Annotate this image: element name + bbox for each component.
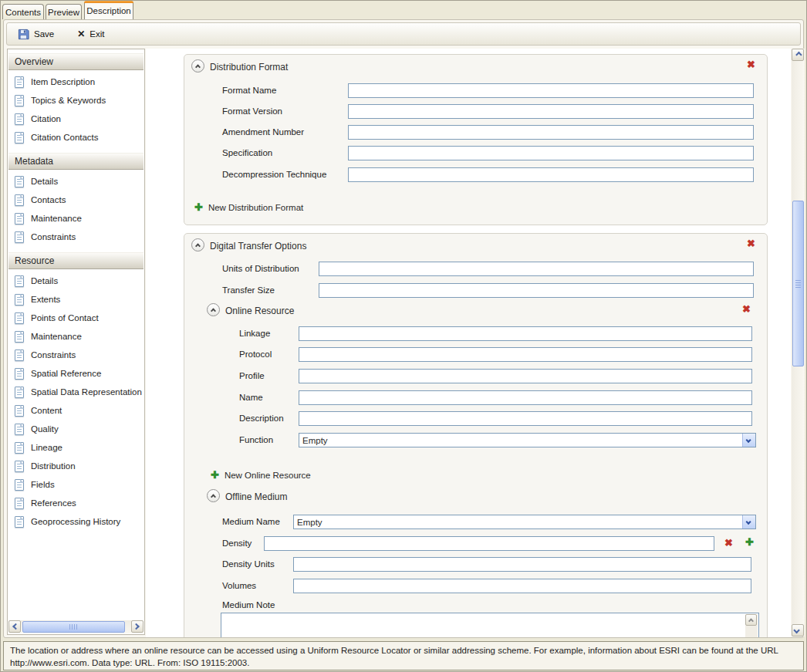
section-digital-transfer-options: Digital Transfer Options ✖ Units of Dist… [184, 233, 768, 637]
sidebar-item-metadata-details[interactable]: Details [8, 172, 144, 191]
delete-section-icon[interactable]: ✖ [747, 238, 755, 248]
sidebar-horizontal-scrollbar[interactable] [8, 620, 144, 633]
protocol-input[interactable] [299, 347, 752, 362]
exit-icon: ✕ [77, 29, 85, 39]
sidebar-group-resource: Resource [8, 252, 144, 269]
document-icon [15, 424, 24, 435]
linkage-input[interactable] [299, 326, 752, 341]
tab-contents[interactable]: Contents [2, 4, 44, 19]
save-button[interactable]: Save [15, 26, 57, 42]
units-of-distribution-input[interactable] [319, 262, 754, 276]
new-online-resource-link[interactable]: ✚ New Online Resource [211, 470, 311, 480]
document-icon [15, 461, 24, 472]
document-icon [15, 113, 24, 125]
field-label-volumes: Volumes [222, 581, 256, 590]
tab-description[interactable]: Description [84, 1, 133, 19]
format-name-input[interactable] [348, 83, 754, 98]
content-vertical-scrollbar[interactable] [792, 49, 805, 637]
medium-name-dropdown[interactable]: Empty [293, 515, 756, 529]
exit-button[interactable]: ✕ Exit [74, 27, 107, 41]
profile-input[interactable] [299, 369, 752, 383]
specification-input[interactable] [348, 146, 754, 160]
sidebar-item-metadata-contacts[interactable]: Contacts [8, 191, 144, 209]
sidebar-item-spatial-data-representation[interactable]: Spatial Data Representation [8, 383, 144, 401]
sidebar-item-quality[interactable]: Quality [8, 420, 144, 438]
save-button-label: Save [34, 29, 54, 39]
sidebar-item-distribution[interactable]: Distribution [8, 457, 144, 475]
tab-preview[interactable]: Preview [46, 4, 82, 19]
sidebar-group-metadata: Metadata [8, 153, 144, 170]
scroll-down-icon[interactable] [792, 624, 804, 637]
sidebar-item-metadata-maintenance[interactable]: Maintenance [8, 209, 144, 228]
density-input[interactable] [264, 536, 714, 551]
function-dropdown[interactable]: Empty [299, 433, 756, 447]
sidebar-group-overview: Overview [8, 53, 144, 70]
document-icon [15, 312, 24, 324]
sidebar-item-points-of-contact[interactable]: Points of Contact [8, 309, 144, 327]
sidebar-item-resource-constraints[interactable]: Constraints [8, 346, 144, 364]
document-icon [15, 76, 24, 88]
delete-section-icon[interactable]: ✖ [747, 59, 755, 69]
sidebar-item-fields[interactable]: Fields [8, 475, 144, 494]
sidebar-item-item-description[interactable]: Item Description [8, 73, 144, 91]
density-units-input[interactable] [293, 557, 751, 572]
name-input[interactable] [299, 390, 752, 405]
decompression-technique-input[interactable] [348, 167, 754, 182]
delete-subsection-icon[interactable]: ✖ [742, 304, 751, 314]
sidebar-item-citation-contacts[interactable]: Citation Contacts [8, 128, 144, 147]
vertical-scroll-thumb[interactable] [792, 201, 804, 366]
subsection-title-offline-medium: Offline Medium [225, 491, 287, 502]
collapse-icon[interactable] [191, 238, 204, 252]
scroll-left-icon[interactable] [8, 620, 21, 633]
scroll-up-icon[interactable] [792, 49, 804, 61]
sidebar: Overview Item Description Topics & Keywo… [7, 49, 145, 635]
volumes-input[interactable] [293, 579, 751, 593]
document-icon [15, 479, 24, 491]
new-distribution-format-link[interactable]: ✚ New Distribution Format [194, 202, 303, 212]
transfer-size-input[interactable] [319, 283, 754, 298]
field-label-protocol: Protocol [239, 350, 272, 359]
horizontal-scroll-thumb[interactable] [22, 621, 125, 633]
status-bar-text: The location or address where an online … [10, 646, 778, 667]
description-input[interactable] [299, 411, 752, 426]
sidebar-item-citation[interactable]: Citation [8, 110, 144, 128]
format-version-input[interactable] [348, 104, 754, 119]
sidebar-item-geoprocessing-history[interactable]: Geoprocessing History [8, 512, 144, 531]
field-label-profile: Profile [239, 371, 265, 380]
sidebar-item-content[interactable]: Content [8, 401, 144, 420]
document-icon [15, 194, 24, 206]
field-label-medium-name: Medium Name [222, 517, 280, 526]
save-icon [18, 29, 29, 40]
field-label-medium-note: Medium Note [222, 600, 275, 610]
document-icon [15, 350, 24, 361]
chevron-down-icon[interactable] [742, 434, 755, 447]
exit-button-label: Exit [89, 29, 104, 39]
collapse-icon[interactable] [207, 303, 220, 316]
sidebar-item-spatial-reference[interactable]: Spatial Reference [8, 364, 144, 383]
document-icon [15, 331, 24, 343]
sidebar-item-lineage[interactable]: Lineage [8, 438, 144, 457]
collapse-icon[interactable] [207, 489, 220, 502]
field-label-specification: Specification [222, 148, 272, 157]
collapse-icon[interactable] [191, 59, 204, 73]
amendment-number-input[interactable] [348, 125, 754, 140]
textarea-scrollbar[interactable] [745, 614, 758, 637]
tab-bar: Contents Preview Description [0, 0, 807, 19]
scroll-up-icon[interactable] [745, 614, 757, 626]
sidebar-item-topics-keywords[interactable]: Topics & Keywords [8, 91, 144, 110]
document-icon [15, 516, 24, 528]
sidebar-item-references[interactable]: References [8, 494, 144, 512]
document-icon [15, 213, 24, 225]
add-density-icon[interactable]: ✚ [745, 537, 754, 547]
delete-density-icon[interactable]: ✖ [724, 538, 733, 548]
sidebar-item-resource-details[interactable]: Details [8, 272, 144, 290]
sidebar-item-extents[interactable]: Extents [8, 290, 144, 309]
field-label-description: Description [239, 414, 284, 423]
sidebar-item-resource-maintenance[interactable]: Maintenance [8, 327, 144, 346]
tab-preview-label: Preview [48, 8, 79, 17]
document-icon [15, 132, 24, 144]
chevron-down-icon[interactable] [742, 515, 755, 528]
medium-note-textarea[interactable] [221, 613, 758, 637]
sidebar-item-metadata-constraints[interactable]: Constraints [8, 228, 144, 246]
scroll-right-icon[interactable] [131, 620, 144, 633]
